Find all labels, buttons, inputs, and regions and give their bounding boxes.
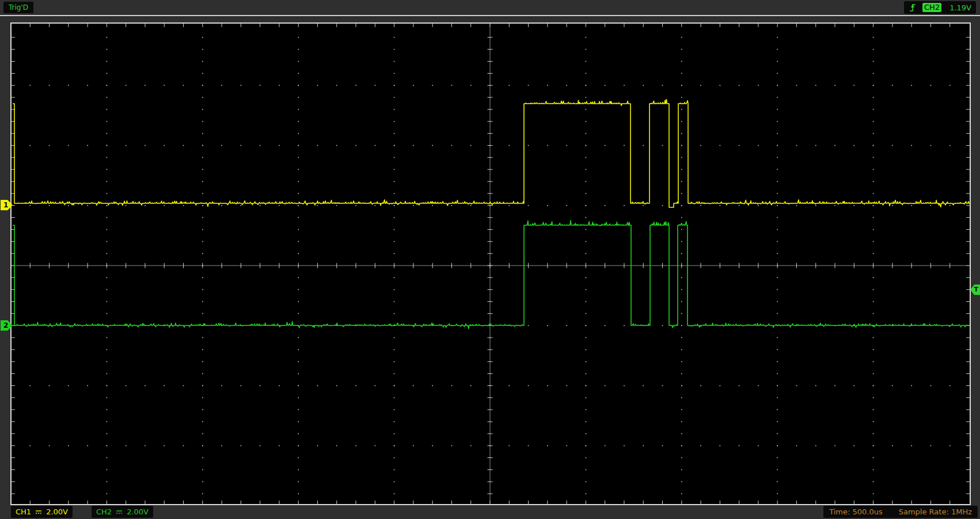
ch2-scale-value: 2.00V: [127, 507, 149, 516]
dc-coupling-icon: [35, 509, 42, 515]
ch1-label: CH1: [16, 507, 31, 516]
ch1-scale-readout[interactable]: CH1 2.00V: [11, 506, 73, 518]
ch2-label: CH2: [96, 507, 112, 516]
trigger-status-badge: Trig'D: [3, 2, 33, 13]
ch1-scale-value: 2.00V: [46, 507, 68, 516]
ch2-scale-readout[interactable]: CH2 2.00V: [92, 506, 153, 518]
ch1-marker-label: 1: [3, 201, 8, 209]
graticule-and-traces: [12, 24, 970, 504]
trigger-status-text: Trig'D: [9, 3, 28, 12]
top-status-bar: Trig'D CH2 1.19V: [0, 0, 980, 15]
trigger-level-value: 1.19V: [949, 3, 971, 12]
topbar-separator: [0, 15, 980, 16]
oscilloscope-app: Trig'D CH2 1.19V 1 2 T CH1 2.00V CH2: [0, 0, 980, 519]
trigger-marker-label: T: [974, 286, 978, 293]
trigger-source-badge[interactable]: CH2: [922, 3, 941, 12]
rising-edge-trigger-icon: [909, 2, 917, 13]
ch2-marker-label: 2: [3, 321, 8, 329]
trigger-info-group[interactable]: CH2 1.19V: [904, 1, 976, 14]
timebase-readout[interactable]: Time: 500.0us Sample Rate: 1MHz: [823, 506, 978, 518]
time-per-div-value: Time: 500.0us: [829, 507, 883, 516]
trigger-level-marker[interactable]: T: [970, 285, 980, 295]
sample-rate-value: Sample Rate: 1MHz: [899, 507, 972, 516]
dc-coupling-icon: [116, 509, 123, 515]
waveform-display-area[interactable]: [10, 22, 971, 505]
